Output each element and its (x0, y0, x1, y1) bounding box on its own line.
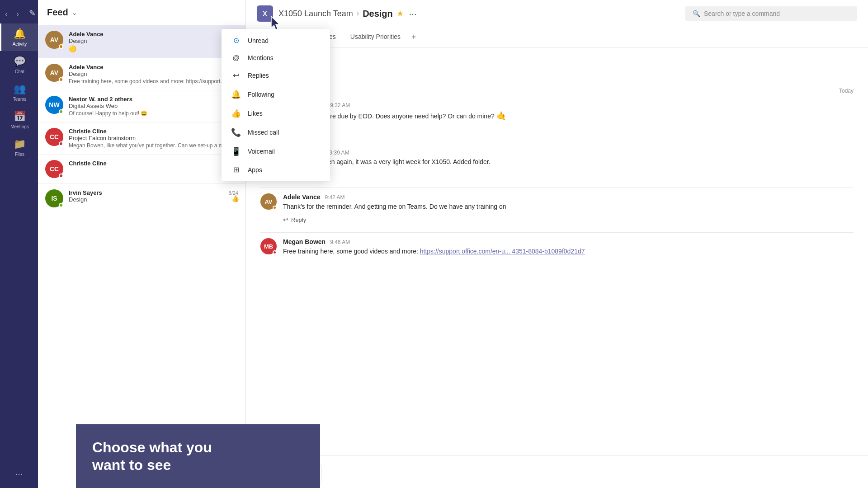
feed-item-header: Adele Vance 2m ag (69, 31, 238, 38)
sidebar-item-activity[interactable]: 🔔 Activity (0, 23, 38, 51)
main-header: X X1050 Launch Team › Design ★ ··· 🔍 Sea… (246, 0, 868, 47)
msg-avatar: AV (260, 193, 277, 210)
date-divider: Today (260, 84, 854, 98)
sidebar-item-teams[interactable]: 👥 Teams (0, 79, 38, 106)
filter-dropdown: ⊙ Unread @ Mentions ↩ Replies 🔔 Followin… (222, 29, 330, 181)
avatar: CC (45, 128, 63, 146)
unread-icon: ⊙ (231, 36, 241, 45)
nav-back-button[interactable]: ‹ (2, 8, 10, 20)
msg-timestamp: 9:42 AM (325, 194, 345, 201)
avatar-status (59, 174, 63, 178)
msg-timestamp: 9:46 AM (330, 239, 350, 245)
feed-item-badge: 👍 (231, 195, 239, 202)
msg-header: Megan Bowen 9:32 AM (283, 101, 854, 108)
sidebar-item-label-chat: Chat (15, 69, 24, 74)
msg-body: Joni Sherman 9:39 AM Mine's done. Then a… (283, 149, 854, 180)
feed-item-content: Irvin Sayers 8/24 Design (69, 189, 238, 203)
feed-item[interactable]: IS Irvin Sayers 8/24 Design 👍 (38, 184, 245, 213)
favorite-star-icon[interactable]: ★ (396, 9, 404, 19)
filter-apps[interactable]: ⊞ Apps (222, 161, 330, 178)
feed-panel: Feed ⌄ AV Adele Vance 2m ag Design 🟡 AV (38, 0, 246, 488)
sidebar-item-label-files: Files (15, 152, 24, 157)
apps-icon: ⊞ (231, 165, 241, 174)
sidebar-item-label-activity: Activity (13, 42, 27, 47)
sidebar-item-label-teams: Teams (13, 97, 26, 102)
compose-button[interactable]: ✎ (29, 8, 36, 20)
feed-item-header: Nestor W. and 2 others 8/2 (69, 96, 238, 103)
main-content: X X1050 Launch Team › Design ★ ··· 🔍 Sea… (246, 0, 868, 488)
feed-item[interactable]: NW Nestor W. and 2 others 8/2 Digital As… (38, 90, 245, 122)
avatar: AV (45, 31, 63, 49)
reply-button[interactable]: ↩ Reply (283, 214, 854, 225)
following-icon: 🔔 (231, 89, 241, 99)
feed-dropdown-chevron[interactable]: ⌄ (72, 9, 77, 16)
files-icon: 📁 (14, 138, 26, 150)
sidebar-nav-top: ‹ › ✎ (0, 5, 38, 23)
channel-more-button[interactable]: ··· (409, 9, 417, 19)
sidebar-item-label-meetings: Meetings (10, 124, 29, 129)
filter-missed-call[interactable]: 📞 Missed call (222, 123, 330, 142)
feed-item-header: Adele Vance 2m ag (69, 64, 238, 70)
message-group: JS Joni Sherman 9:39 AM Mine's done. The… (260, 149, 854, 180)
meetings-icon: 📅 (14, 111, 26, 122)
msg-body: Megan Bowen 9:32 AM Status Reports are d… (283, 101, 854, 136)
feed-item-preview: Free training here, some good videos and… (69, 78, 238, 84)
add-tab-button[interactable]: + (408, 33, 420, 42)
msg-sender-name: Adele Vance (283, 193, 321, 201)
bottom-reply-area: ↩ Reply (246, 455, 868, 488)
avatar: AV (45, 64, 63, 82)
reply-btn-label: Reply (291, 216, 306, 223)
filter-replies[interactable]: ↩ Replies (222, 66, 330, 85)
sidebar-more-button[interactable]: ··· (15, 469, 23, 479)
feed-item[interactable]: AV Adele Vance 2m ag Design Free trainin… (38, 58, 245, 90)
sidebar-item-meetings[interactable]: 📅 Meetings (0, 106, 38, 134)
sidebar-item-files[interactable]: 📁 Files (0, 134, 38, 161)
reply-icon: ↩ (283, 216, 288, 223)
feed-item-channel: Digital Assets Web (69, 103, 238, 109)
feed-item[interactable]: CC Christie Cline 8/24 👍 (38, 155, 245, 184)
reply-button[interactable]: ↩ Reply (283, 169, 854, 180)
activity-icon: 🔔 (14, 28, 26, 40)
feed-item[interactable]: AV Adele Vance 2m ag Design 🟡 (38, 25, 245, 58)
feed-item-channel: Design (69, 38, 238, 44)
filter-likes[interactable]: 👍 Likes (222, 104, 330, 123)
main-header-top: X X1050 Launch Team › Design ★ ··· 🔍 Sea… (257, 0, 857, 27)
message-group: MB Megan Bowen 9:32 AM Status Reports ar… (260, 101, 854, 136)
avatar: IS (45, 189, 63, 207)
promo-banner: Choose what you want to see (76, 424, 320, 488)
filter-missed-call-label: Missed call (248, 129, 279, 136)
nav-forward-button[interactable]: › (14, 8, 22, 20)
feed-item-content: Nestor W. and 2 others 8/2 Digital Asset… (69, 96, 238, 117)
search-placeholder: Search or type a command (704, 10, 780, 17)
feed-item-name: Irvin Sayers (69, 189, 102, 196)
main-search-bar[interactable]: 🔍 Search or type a command (685, 6, 857, 21)
sidebar-item-chat[interactable]: 💬 Chat (0, 51, 38, 79)
search-icon: 🔍 (693, 10, 700, 17)
feed-item-name: Christie Cline (69, 160, 107, 167)
msg-text: Status Reports are due by EOD. Does anyo… (283, 110, 854, 122)
avatar-status (59, 109, 63, 114)
main-tabs: Conversations Files Usability Priorities… (257, 27, 857, 47)
channel-avatar: X (257, 5, 273, 22)
feed-item[interactable]: CC Christie Cline 8/24 Project Falcon br… (38, 122, 245, 155)
avatar-status (59, 44, 63, 49)
breadcrumb: X1050 Launch Team › Design ★ ··· (278, 9, 416, 19)
filter-following[interactable]: 🔔 Following (222, 85, 330, 104)
msg-body: Megan Bowen 9:46 AM Free training here, … (283, 238, 854, 256)
filter-mentions[interactable]: @ Mentions (222, 49, 330, 66)
feed-item-emoji: 🟡 (69, 45, 238, 52)
feed-item-preview: Megan Bowen, like what you've put togeth… (69, 142, 238, 149)
tab-usability[interactable]: Usability Priorities (343, 27, 408, 47)
msg-timestamp: 9:32 AM (330, 102, 350, 108)
reply-button[interactable]: ↩ Reply (283, 125, 854, 136)
filter-unread[interactable]: ⊙ Unread (222, 32, 330, 49)
filter-voicemail[interactable]: 📱 Voicemail (222, 142, 330, 161)
msg-sender-name: Megan Bowen (283, 238, 326, 245)
promo-text-2: want to see (92, 457, 171, 473)
sidebar: ‹ › ✎ 🔔 Activity 💬 Chat 👥 Teams 📅 Meetin… (0, 0, 38, 488)
filter-unread-label: Unread (248, 37, 269, 44)
mentions-icon: @ (231, 54, 241, 61)
msg-status (273, 250, 277, 254)
msg-link[interactable]: https://support.office.com/en-u... 4351-… (420, 248, 585, 255)
feed-title: Feed (47, 7, 68, 18)
